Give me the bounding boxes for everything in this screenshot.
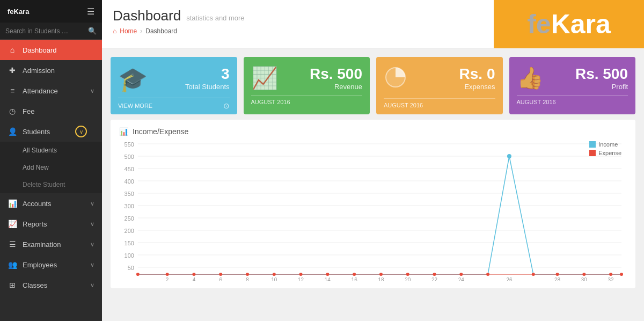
- svg-text:100: 100: [125, 252, 134, 259]
- search-input[interactable]: [5, 27, 88, 35]
- stat-card-bottom: AUGUST 2016: [384, 98, 495, 108]
- graduation-cap-icon: 🎓: [118, 65, 148, 93]
- sidebar-item-examination[interactable]: ☰ Examination ∨: [0, 234, 102, 254]
- sidebar-sub-add-new[interactable]: Add New: [0, 159, 102, 176]
- legend-income: Income: [589, 141, 621, 148]
- chevron-down-icon: ∨: [90, 241, 94, 248]
- menu-icon[interactable]: ☰: [87, 6, 94, 17]
- sidebar-header: feKara ☰: [0, 0, 102, 23]
- stat-date: AUGUST 2016: [384, 102, 423, 108]
- svg-text:10: 10: [271, 277, 277, 281]
- sidebar-item-label: Fee: [23, 107, 94, 115]
- classes-icon: ⊞: [8, 281, 17, 289]
- svg-text:250: 250: [125, 215, 134, 222]
- attendance-icon: ≡: [8, 86, 17, 95]
- stat-label: Profit: [575, 83, 628, 91]
- sidebar-item-employees[interactable]: 👥 Employees ∨: [0, 254, 102, 275]
- examination-icon: ☰: [8, 240, 17, 249]
- sidebar-item-accounts[interactable]: 📊 Accounts ∨: [0, 193, 102, 214]
- sidebar-item-label: Admission: [23, 67, 94, 75]
- sidebar-item-label: Examination: [23, 240, 90, 249]
- logo-kara: Kara: [551, 9, 611, 39]
- svg-text:32: 32: [608, 277, 614, 281]
- legend-income-label: Income: [598, 141, 618, 148]
- stat-card-top: 👍 Rs. 500 Profit: [517, 65, 628, 91]
- stat-values: 3 Total Students: [185, 65, 229, 91]
- svg-text:8: 8: [246, 277, 249, 281]
- chart-title-text: Income/Expense: [133, 127, 188, 136]
- sidebar-item-fee[interactable]: ◷ Fee: [0, 101, 102, 121]
- svg-text:550: 550: [125, 141, 134, 148]
- svg-text:20: 20: [405, 277, 411, 281]
- chevron-down-icon: ∨: [90, 200, 94, 207]
- stat-number: Rs. 500: [575, 65, 628, 83]
- svg-text:300: 300: [125, 203, 134, 209]
- svg-text:400: 400: [125, 178, 134, 185]
- sidebar-item-label: Classes: [23, 281, 90, 289]
- expense-color-box: [589, 150, 596, 156]
- sidebar-item-label: Employees: [23, 261, 90, 269]
- breadcrumb-separator: ›: [140, 27, 142, 35]
- svg-text:4: 4: [193, 277, 196, 281]
- stat-card-bottom: AUGUST 2016: [251, 95, 363, 105]
- admission-icon: ✚: [8, 66, 17, 75]
- stat-values: Rs. 500 Revenue: [310, 65, 362, 91]
- sidebar: feKara ☰ 🔍 ⌂ Dashboard ✚ Admission ≡ Att…: [0, 0, 102, 321]
- sidebar-sub-all-students[interactable]: All Students: [0, 142, 102, 159]
- revenue-icon: 📈: [251, 65, 278, 91]
- sidebar-sub-delete-student[interactable]: Delete Student: [0, 176, 102, 193]
- sidebar-nav: ⌂ Dashboard ✚ Admission ≡ Attendance ∨ ◷…: [0, 40, 102, 321]
- logo-text: feKara: [527, 9, 611, 40]
- chart-container: 550 500 450 400 350 300 250 200 150 100 …: [119, 141, 627, 281]
- sidebar-item-reports[interactable]: 📈 Reports ∨: [0, 214, 102, 234]
- stat-card-profit: 👍 Rs. 500 Profit AUGUST 2016: [509, 57, 636, 114]
- stat-card-students: 🎓 3 Total Students VIEW MORE ⊙: [111, 57, 237, 114]
- stats-row: 🎓 3 Total Students VIEW MORE ⊙ 📈 Rs. 500: [102, 48, 644, 120]
- sidebar-item-classes[interactable]: ⊞ Classes ∨: [0, 275, 102, 295]
- svg-text:18: 18: [378, 277, 384, 281]
- sidebar-search-container: 🔍: [0, 23, 102, 40]
- students-expand-circle[interactable]: ∨: [75, 126, 87, 137]
- stat-card-bottom: AUGUST 2016: [517, 95, 628, 105]
- stat-card-bottom: VIEW MORE ⊙: [118, 98, 230, 110]
- sidebar-item-students[interactable]: 👤 Students ∨: [0, 121, 102, 142]
- stat-card-expenses: Rs. 0 Expenses AUGUST 2016: [376, 57, 503, 114]
- legend-expense: Expense: [589, 150, 621, 156]
- income-expense-chart: 550 500 450 400 350 300 250 200 150 100 …: [119, 141, 627, 281]
- svg-text:150: 150: [125, 240, 134, 246]
- sidebar-item-label: Dashboard: [23, 46, 94, 54]
- svg-text:350: 350: [125, 191, 134, 197]
- sidebar-item-admission[interactable]: ✚ Admission: [0, 60, 102, 81]
- chart-legend: Income Expense: [589, 141, 621, 156]
- stat-number: 3: [185, 65, 229, 83]
- students-icon: 👤: [8, 127, 17, 136]
- svg-text:30: 30: [581, 277, 588, 281]
- chart-title: 📊 Income/Expense: [119, 127, 627, 136]
- svg-text:24: 24: [458, 277, 465, 281]
- stat-label: Revenue: [310, 83, 362, 91]
- chevron-down-icon: ∨: [90, 261, 94, 268]
- svg-text:200: 200: [125, 228, 134, 234]
- sidebar-item-attendance[interactable]: ≡ Attendance ∨: [0, 81, 102, 101]
- stat-card-top: Rs. 0 Expenses: [384, 65, 495, 94]
- breadcrumb-home[interactable]: Home: [120, 27, 137, 35]
- page-title: Dashboard: [113, 8, 181, 24]
- arrow-right-icon: ⊙: [223, 101, 230, 110]
- sidebar-item-dashboard[interactable]: ⌂ Dashboard: [0, 40, 102, 60]
- stat-number: Rs. 500: [310, 65, 362, 83]
- stat-date: AUGUST 2016: [251, 99, 290, 105]
- stat-card-revenue: 📈 Rs. 500 Revenue AUGUST 2016: [244, 57, 370, 114]
- view-more-button[interactable]: VIEW MORE: [118, 103, 152, 109]
- stat-card-top: 🎓 3 Total Students: [118, 65, 230, 93]
- svg-text:14: 14: [325, 277, 331, 281]
- profit-icon: 👍: [517, 65, 544, 91]
- sidebar-item-label: Reports: [23, 220, 90, 228]
- page-header: Dashboard statistics and more ⌂ Home › D…: [102, 0, 644, 48]
- fekara-logo: feKara: [494, 0, 644, 48]
- chevron-down-icon: ∨: [90, 221, 94, 228]
- svg-text:28: 28: [554, 277, 561, 281]
- stat-label: Expenses: [459, 83, 495, 91]
- stat-number: Rs. 0: [459, 65, 495, 83]
- svg-text:50: 50: [128, 265, 134, 271]
- stat-label: Total Students: [185, 83, 229, 91]
